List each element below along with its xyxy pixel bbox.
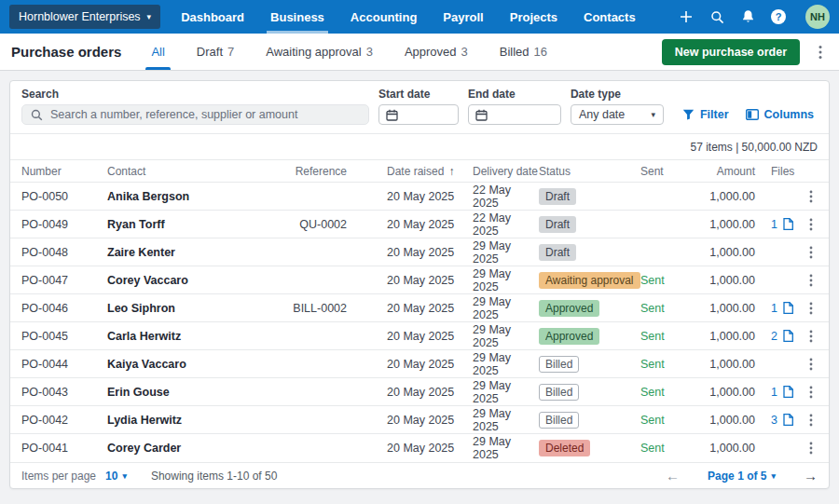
nav-item-payroll[interactable]: Payroll (430, 0, 496, 34)
col-date-raised[interactable]: Date raised ↑ (387, 165, 473, 178)
po-number[interactable]: PO-0050 (21, 190, 107, 203)
po-sent: Sent (640, 302, 690, 315)
po-contact: Zaire Kenter (107, 246, 235, 259)
po-files[interactable]: 1 (755, 386, 805, 399)
status-badge: Draft (539, 188, 576, 205)
calendar-icon (475, 109, 488, 121)
po-delivery-date: 29 May 2025 (473, 323, 539, 349)
po-number[interactable]: PO-0046 (21, 302, 107, 315)
col-number[interactable]: Number (21, 165, 107, 178)
end-date-input[interactable] (468, 104, 561, 125)
table-row[interactable]: PO-0043 Erin Gouse 20 May 2025 29 May 20… (10, 378, 829, 406)
po-number[interactable]: PO-0049 (21, 218, 107, 231)
row-menu-icon[interactable] (805, 218, 818, 231)
po-files[interactable]: 2 (755, 330, 805, 343)
col-status[interactable]: Status (539, 165, 640, 178)
pagination-bar: Items per page 10 ▾ Showing items 1-10 o… (10, 462, 829, 488)
bell-icon[interactable] (740, 9, 755, 24)
po-amount: 1,000.00 (690, 274, 755, 287)
file-icon (783, 302, 793, 314)
po-files[interactable]: 3 (755, 414, 805, 427)
file-icon (783, 386, 793, 398)
po-sent: Sent (640, 358, 690, 371)
avatar[interactable]: NH (805, 5, 830, 29)
po-files[interactable]: 1 (755, 302, 805, 315)
page-select[interactable]: Page 1 of 5 ▾ (708, 470, 776, 483)
page-title: Purchase orders (11, 34, 121, 70)
status-badge: Billed (539, 412, 579, 429)
tab-all[interactable]: All (149, 34, 166, 70)
table-row[interactable]: PO-0041 Corey Carder 20 May 2025 29 May … (10, 434, 829, 462)
po-date-raised: 20 May 2025 (387, 246, 473, 259)
search-box[interactable] (21, 104, 369, 125)
table-row[interactable]: PO-0045 Carla Herwitz 20 May 2025 29 May… (10, 322, 829, 350)
plus-icon[interactable] (679, 9, 694, 24)
columns-button[interactable]: Columns (742, 104, 818, 125)
po-number[interactable]: PO-0042 (21, 414, 107, 427)
table-row[interactable]: PO-0042 Lydia Herwitz 20 May 2025 29 May… (10, 406, 829, 434)
table-row[interactable]: PO-0048 Zaire Kenter 20 May 2025 29 May … (10, 238, 829, 266)
po-number[interactable]: PO-0043 (21, 386, 107, 399)
nav-item-accounting[interactable]: Accounting (337, 0, 431, 34)
col-reference[interactable]: Reference (235, 165, 387, 178)
nav-item-dashboard[interactable]: Dashboard (168, 0, 257, 34)
row-menu-icon[interactable] (805, 190, 818, 203)
po-date-raised: 20 May 2025 (387, 218, 473, 231)
date-type-select[interactable]: Any date ▾ (571, 104, 664, 125)
status-badge: Deleted (539, 440, 590, 456)
page-header: Purchase orders AllDraft7Awaiting approv… (0, 34, 839, 71)
table-row[interactable]: PO-0044 Kaiya Vaccaro 20 May 2025 29 May… (10, 350, 829, 378)
table-row[interactable]: PO-0050 Anika Bergson 20 May 2025 22 May… (10, 183, 829, 211)
previous-page-arrow[interactable]: ← (666, 468, 680, 484)
po-date-raised: 20 May 2025 (387, 302, 473, 315)
items-per-page-select[interactable]: 10 ▾ (105, 470, 127, 483)
tab-billed[interactable]: Billed16 (498, 34, 549, 70)
po-reference: BILL-0002 (235, 302, 387, 315)
row-menu-icon[interactable] (805, 358, 818, 371)
search-icon[interactable] (709, 9, 724, 24)
po-number[interactable]: PO-0047 (21, 274, 107, 287)
nav-item-contacts[interactable]: Contacts (571, 0, 649, 34)
row-menu-icon[interactable] (805, 414, 818, 427)
po-number[interactable]: PO-0048 (21, 246, 107, 259)
row-menu-icon[interactable] (805, 302, 818, 315)
col-contact[interactable]: Contact (107, 165, 235, 178)
col-sent[interactable]: Sent (640, 165, 690, 178)
table-row[interactable]: PO-0047 Corey Vaccaro 20 May 2025 29 May… (10, 266, 829, 294)
po-number[interactable]: PO-0041 (21, 442, 107, 455)
po-number[interactable]: PO-0045 (21, 330, 107, 343)
po-amount: 1,000.00 (690, 218, 755, 231)
help-icon[interactable]: ? (771, 9, 786, 24)
po-contact: Erin Gouse (107, 386, 235, 399)
tab-awaiting-approval[interactable]: Awaiting approval3 (264, 34, 375, 70)
new-purchase-order-button[interactable]: New purchase order (662, 39, 800, 65)
next-page-arrow[interactable]: → (804, 468, 818, 484)
tab-approved[interactable]: Approved3 (403, 34, 470, 70)
po-number[interactable]: PO-0044 (21, 358, 107, 371)
row-menu-icon[interactable] (805, 330, 818, 343)
po-files[interactable]: 1 (755, 218, 805, 231)
nav-item-projects[interactable]: Projects (497, 0, 571, 34)
po-contact: Corey Carder (107, 442, 235, 455)
row-menu-icon[interactable] (805, 442, 818, 455)
overflow-menu-icon[interactable] (813, 42, 828, 62)
nav-item-business[interactable]: Business (257, 0, 337, 34)
table-row[interactable]: PO-0046 Leo Siphron BILL-0002 20 May 202… (10, 294, 829, 322)
row-menu-icon[interactable] (805, 246, 818, 259)
filter-button[interactable]: Filter (679, 104, 733, 125)
po-amount: 1,000.00 (690, 442, 755, 455)
purchase-orders-card: Search Start date End date Date type (9, 80, 830, 489)
search-input[interactable] (50, 108, 360, 121)
col-delivery-date[interactable]: Delivery date (473, 165, 539, 178)
po-contact: Carla Herwitz (107, 330, 235, 343)
col-files[interactable]: Files (755, 165, 805, 178)
start-date-label: Start date (378, 89, 459, 101)
col-amount[interactable]: Amount (690, 165, 755, 178)
row-menu-icon[interactable] (805, 274, 818, 287)
table-row[interactable]: PO-0049 Ryan Torff QU-0002 20 May 2025 2… (10, 211, 829, 238)
row-menu-icon[interactable] (805, 386, 818, 399)
start-date-input[interactable] (378, 104, 459, 125)
po-status-cell: Billed (539, 356, 640, 373)
tab-draft[interactable]: Draft7 (195, 34, 236, 70)
org-selector[interactable]: Hornblower Enterprises ▾ (9, 5, 160, 29)
